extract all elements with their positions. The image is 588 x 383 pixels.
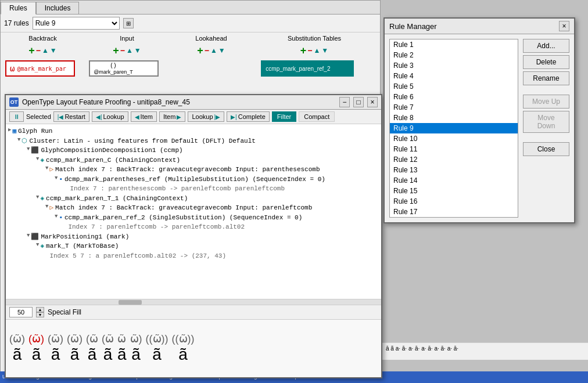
sub-add-btn[interactable]: + [300, 45, 307, 56]
proof-close-btn[interactable]: × [367, 97, 378, 107]
spinner-down-btn[interactable]: ▼ [36, 312, 44, 317]
toggle-icon[interactable]: ▼ [36, 241, 39, 250]
index2-label: Index 7 : parenleftcomb -> parenleftcomb… [68, 222, 245, 232]
glyph-bottom: ã [152, 346, 162, 364]
tree-node: ▶ ▦ Glyph Run [8, 127, 379, 136]
cluster-icon: ⬡ [21, 136, 27, 146]
toggle-icon[interactable]: ▼ [36, 194, 39, 202]
rule-list-item[interactable]: Rule 9 [390, 123, 518, 133]
rule-list-item[interactable]: Rule 1 [390, 39, 518, 50]
backtrack-add-btn[interactable]: + [28, 45, 35, 56]
toggle-icon[interactable]: ▼ [55, 175, 58, 183]
move-down-btn[interactable]: Move Down [523, 111, 569, 133]
rule-list-item[interactable]: Rule 5 [390, 81, 518, 92]
item-next-btn[interactable]: Item ▶ [159, 111, 185, 122]
match2-icon: ▷ [49, 203, 53, 213]
move-up-btn[interactable]: Move Up [523, 95, 569, 109]
backtrack-item[interactable]: ω @mark_mark_par [5, 60, 75, 77]
input-item[interactable]: ( )@mark_paren_T [89, 60, 159, 77]
input-down-btn[interactable]: ▼ [134, 46, 141, 55]
rule-list[interactable]: Rule 1Rule 2Rule 3Rule 4Rule 5Rule 6Rule… [389, 39, 518, 218]
input-add-btn[interactable]: + [113, 45, 119, 56]
close-rule-manager-btn[interactable]: Close [523, 142, 569, 156]
sub-lookup-icon: ▪ [59, 175, 63, 185]
rule-list-item[interactable]: Rule 14 [390, 175, 518, 186]
tab-includes[interactable]: Includes [36, 2, 80, 14]
rule-manager-title: Rule Manager [389, 22, 437, 31]
toggle-icon[interactable]: ▼ [36, 156, 39, 164]
rule-list-item[interactable]: Rule 12 [390, 154, 518, 165]
special-fill-label: Special Fill [48, 308, 81, 316]
toggle-icon[interactable]: ▼ [45, 165, 48, 173]
sub-down-btn[interactable]: ▼ [321, 46, 328, 55]
lookup-prev-label: Lookup [103, 113, 124, 120]
lookahead-up-btn[interactable]: ▲ [210, 46, 217, 55]
rule-list-item[interactable]: Rule 8 [390, 113, 518, 123]
add-rule-btn[interactable]: Add... [523, 39, 569, 53]
toggle-icon[interactable]: ▼ [55, 213, 58, 221]
lookup-prev-btn[interactable]: ◀| Lookup [92, 111, 128, 122]
pause-btn[interactable]: ⏸ [9, 111, 24, 122]
lookahead-add-btn[interactable]: + [197, 45, 203, 56]
proof-minimize-btn[interactable]: − [339, 97, 350, 107]
rule-manager-body: Rule 1Rule 2Rule 3Rule 4Rule 5Rule 6Rule… [385, 34, 574, 222]
rename-rule-btn[interactable]: Rename [523, 71, 569, 85]
rule-list-item[interactable]: Rule 4 [390, 71, 518, 81]
tab-rules[interactable]: Rules [1, 2, 36, 15]
lookahead-down-btn[interactable]: ▼ [218, 46, 225, 55]
rule-select[interactable]: Rule 9 [33, 17, 120, 30]
toggle-icon[interactable]: ▼ [27, 232, 30, 240]
tree-area[interactable]: ▶ ▦ Glyph Run ▼ ⬡ Cluster: Latin - using… [6, 124, 381, 299]
sub-up-btn[interactable]: ▲ [313, 46, 320, 55]
proof-toolbar: ⏸ Selected |◀ Restart ◀| Lookup ◀ Item I… [6, 110, 381, 124]
rule-list-item[interactable]: Rule 2 [390, 50, 518, 60]
lookup-next-icon: |▶ [214, 114, 221, 120]
rule-list-item[interactable]: Rule 10 [390, 133, 518, 144]
tree-node: ▼ ▪ ccmp_mark_paren_ref_2 (SingleSubstit… [8, 213, 379, 223]
toggle-icon[interactable]: ▶ [8, 127, 11, 135]
input-remove-btn[interactable]: − [120, 46, 125, 55]
filter-btn[interactable]: Filter [272, 111, 296, 122]
tree-node: ▼ ▪ dcmp_mark_parentheses_ref (MultipleS… [8, 175, 379, 185]
backtrack-remove-btn[interactable]: − [36, 46, 41, 55]
proof-maximize-btn[interactable]: □ [353, 97, 364, 107]
rule-list-item[interactable]: Rule 7 [390, 102, 518, 113]
toggle-icon[interactable]: ▼ [45, 203, 48, 211]
backtrack-up-btn[interactable]: ▲ [42, 46, 49, 55]
rule-list-item[interactable]: Rule 3 [390, 60, 518, 71]
glyph-run-icon: ▦ [12, 127, 16, 136]
item-prev-btn[interactable]: ◀ Item [131, 111, 157, 122]
rule-list-item[interactable]: Rule 13 [390, 165, 518, 175]
delete-rule-btn[interactable]: Delete [523, 55, 569, 69]
rule-list-item[interactable]: Rule 16 [390, 196, 518, 207]
tree-node: ▼ ▷ Match index 7 : BackTrack: graveacut… [8, 165, 379, 175]
tree-hscroll[interactable] [6, 299, 381, 305]
sub-item[interactable]: ccmp_mark_paren_ref_2 [261, 60, 354, 77]
lookup-next-label: Lookup [192, 113, 213, 120]
proof-app-icon: OT [9, 97, 19, 107]
glyph-bottom: ã [103, 346, 113, 364]
sub-remove-btn[interactable]: − [307, 46, 312, 55]
rule-list-item[interactable]: Rule 11 [390, 144, 518, 154]
compact-btn[interactable]: Compact [299, 111, 335, 122]
complete-btn[interactable]: ▶| Complete [227, 111, 270, 122]
toggle-icon[interactable]: ▼ [17, 136, 20, 144]
glyph-top: (ω̃) [28, 333, 44, 346]
spinner-input[interactable] [9, 307, 33, 317]
grid-icon[interactable]: ⊞ [123, 18, 134, 28]
restart-btn[interactable]: |◀ Restart [53, 111, 89, 122]
backtrack-down-btn[interactable]: ▼ [50, 46, 57, 55]
input-header: Input [85, 35, 169, 42]
toggle-icon[interactable]: ▼ [27, 146, 30, 154]
rule-manager-dialog: Rule Manager × Rule 1Rule 2Rule 3Rule 4R… [383, 17, 575, 223]
lookup-next-btn[interactable]: Lookup |▶ [188, 111, 224, 122]
rule-list-item[interactable]: Rule 6 [390, 92, 518, 102]
rule-list-item[interactable]: Rule 15 [390, 186, 518, 196]
rule-list-item[interactable]: Rule 17 [390, 207, 518, 217]
restart-icon: |◀ [58, 114, 64, 120]
input-up-btn[interactable]: ▲ [126, 46, 133, 55]
lookahead-remove-btn[interactable]: − [205, 46, 209, 55]
spinner-up-btn[interactable]: ▲ [36, 307, 44, 312]
item-next-label: Item [163, 113, 175, 120]
rule-manager-close-btn[interactable]: × [559, 21, 569, 31]
